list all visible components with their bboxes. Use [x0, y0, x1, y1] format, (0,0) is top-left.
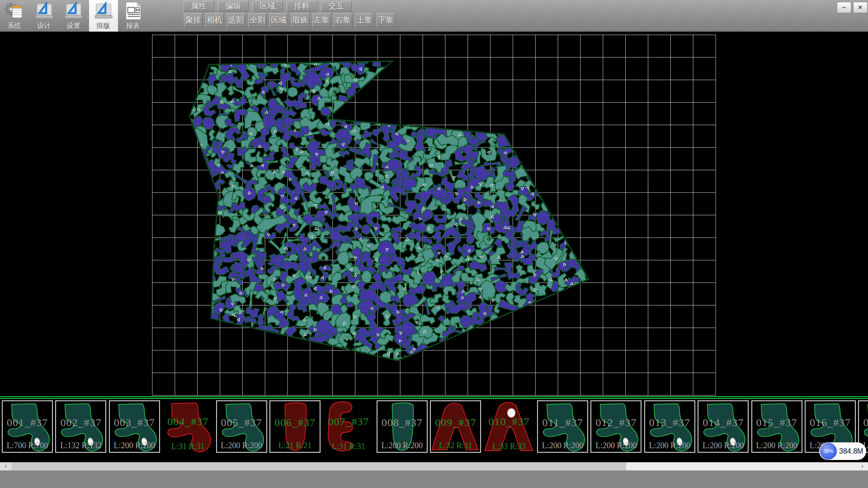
part-lr-count: L:200 R:200	[698, 441, 748, 450]
tool-button-5[interactable]: 区域	[269, 13, 288, 27]
part-id: 005_#37	[217, 417, 266, 429]
part-lr-count: L:31 R:31	[323, 442, 374, 451]
nesting-ruler-icon	[93, 0, 114, 21]
application-window: 系统 设计 设置 排版 报表 属性编辑区域排料交互 聚排相机选割全割区域瑕疵左靠…	[0, 0, 868, 488]
app-button-label: 设计	[38, 22, 51, 30]
part-id: 012_#37	[591, 417, 641, 429]
tool-button-4[interactable]: 全割	[248, 13, 267, 27]
part-lr-count: L:33 R:33	[484, 442, 535, 451]
part-lr-count: L:200 R:200	[538, 441, 587, 450]
part-lr-count: L:200 R:200	[217, 441, 266, 450]
tool-button-6[interactable]: 瑕疵	[291, 13, 310, 27]
part-thumbnail-5[interactable]: 005_#37 L:200 R:200	[216, 400, 267, 453]
separator-line-bottom	[0, 398, 868, 399]
tool-button-7[interactable]: 左靠	[312, 13, 331, 27]
app-button-label: 排版	[97, 22, 110, 30]
system-gear-icon	[4, 0, 25, 21]
design-ruler-icon	[34, 0, 55, 21]
part-lr-count: L:132 R:132	[56, 441, 105, 450]
part-id: 017_#37	[859, 417, 868, 429]
progress-circle: 38%	[820, 443, 837, 460]
menu-tab-3[interactable]: 区域	[252, 1, 283, 12]
ribbon-toolbar: 系统 设计 设置 排版 报表 属性编辑区域排料交互 聚排相机选割全割区域瑕疵左靠…	[0, 0, 868, 32]
app-button-4[interactable]: 排版	[89, 0, 118, 32]
part-lr-count: L:200 R:200	[645, 441, 694, 450]
app-button-label: 系统	[8, 22, 21, 30]
part-id: 002_#37	[56, 417, 105, 429]
app-button-2[interactable]: 设计	[30, 0, 59, 32]
part-id: 006_#37	[270, 417, 320, 429]
part-thumbnail-11[interactable]: 011_#37 L:200 R:200	[537, 400, 588, 453]
menu-tab-1[interactable]: 属性	[184, 1, 214, 12]
part-thumbnail-6[interactable]: 006_#37 L:21 R:21	[269, 400, 321, 453]
part-lr-count: L:200 R:200	[377, 441, 427, 450]
part-thumbnail-3[interactable]: 003_#37 L:200 R:200	[109, 400, 160, 453]
part-id: 004_#37	[162, 416, 213, 428]
tool-button-10[interactable]: 下靠	[377, 13, 395, 27]
tool-button-3[interactable]: 选割	[227, 13, 245, 27]
part-thumbnail-12[interactable]: 012_#37 L:200 R:200	[590, 400, 642, 453]
settings-ruler-icon	[63, 0, 84, 21]
part-id: 007_#37	[323, 416, 374, 428]
app-button-label: 报表	[126, 22, 140, 30]
part-lr-count: L:200 R:200	[110, 441, 159, 450]
tool-button-2[interactable]: 相机	[205, 13, 224, 27]
part-id: 016_#37	[806, 417, 855, 429]
part-thumbnail-1[interactable]: 001_#37 L:700 R:700	[2, 400, 53, 453]
part-lr-count: L:32 R:31	[431, 441, 480, 450]
part-id: 010_#37	[484, 416, 535, 428]
part-id: 014_#37	[698, 417, 748, 429]
parts-strip: 001_#37 L:700 R:700 002_#37 L:132 R:132 …	[0, 399, 868, 456]
part-id: 008_#37	[377, 417, 427, 429]
part-lr-count: L:200 R:200	[591, 441, 641, 450]
tool-button-9[interactable]: 上靠	[355, 13, 373, 27]
menu-tab-4[interactable]: 排料	[287, 1, 317, 12]
separator-line-top	[0, 396, 868, 397]
tool-button-1[interactable]: 聚排	[184, 13, 203, 27]
tool-button-8[interactable]: 右靠	[334, 13, 352, 27]
memory-badge: 38% 384.8M	[819, 442, 866, 460]
app-button-label: 设置	[67, 22, 80, 30]
scrollbar-thumb[interactable]	[11, 462, 626, 470]
horizontal-scrollbar[interactable]: ‹ ›	[0, 462, 868, 470]
part-thumbnail-13[interactable]: 013_#37 L:200 R:200	[644, 400, 695, 453]
part-thumbnail-10[interactable]: 010_#37 L:33 R:33	[484, 400, 535, 453]
menu-tab-5[interactable]: 交互	[321, 1, 352, 12]
part-thumbnail-2[interactable]: 002_#37 L:132 R:132	[55, 400, 106, 453]
app-button-5[interactable]: 报表	[118, 0, 147, 32]
part-id: 009_#37	[431, 417, 480, 429]
app-button-3[interactable]: 设置	[59, 0, 88, 32]
part-lr-count: L:31 R:31	[162, 442, 213, 451]
part-lr-count: L:700 R:700	[3, 441, 52, 450]
report-doc-icon	[123, 0, 143, 21]
part-thumbnail-4[interactable]: 004_#37 L:31 R:31	[162, 400, 213, 453]
part-thumbnail-8[interactable]: 008_#37 L:200 R:200	[377, 400, 428, 453]
part-thumbnail-15[interactable]: 015_#37 L:200 R:200	[751, 400, 802, 453]
part-id: 011_#37	[538, 417, 587, 429]
minimize-button[interactable]: –	[837, 2, 851, 13]
part-id: 013_#37	[645, 417, 694, 429]
close-button[interactable]: ×	[853, 2, 868, 13]
part-thumbnail-14[interactable]: 014_#37 L:200 R:200	[698, 400, 749, 453]
part-id: 003_#37	[110, 417, 159, 429]
memory-value: 384.8M	[839, 442, 863, 460]
app-button-1[interactable]: 系统	[0, 0, 29, 32]
part-thumbnail-9[interactable]: 009_#37 L:32 R:31	[430, 400, 481, 453]
part-id: 015_#37	[752, 417, 802, 429]
status-bar	[0, 470, 868, 488]
part-id: 001_#37	[3, 417, 52, 429]
part-thumbnail-7[interactable]: 007_#37 L:31 R:31	[323, 400, 374, 453]
nesting-canvas[interactable]	[0, 32, 868, 397]
part-lr-count: L:21 R:21	[270, 441, 320, 450]
scroll-left-arrow[interactable]: ‹	[0, 462, 11, 470]
menu-tab-2[interactable]: 编辑	[218, 1, 249, 12]
scroll-right-arrow[interactable]: ›	[857, 462, 868, 470]
part-lr-count: L:200 R:200	[752, 441, 802, 450]
